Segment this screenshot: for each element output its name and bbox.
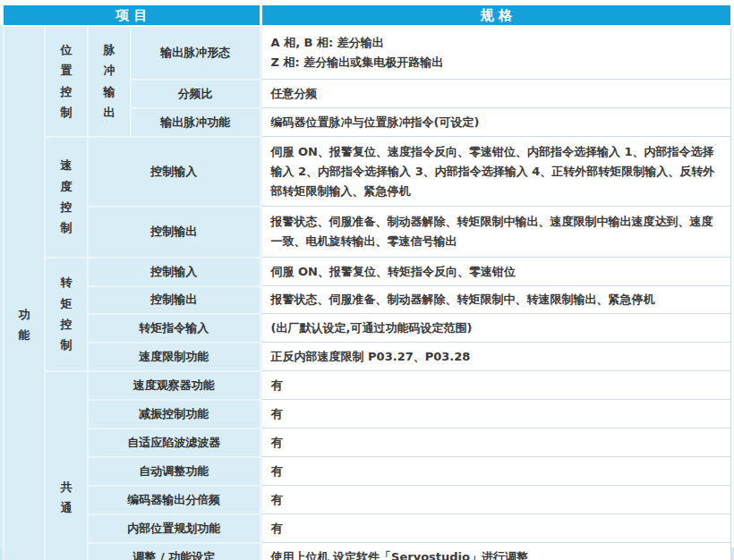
spec-cell: 编码器位置脉冲与位置脉冲指令(可设定) (260, 108, 730, 137)
table-row: 自动调整功能 有 (4, 457, 730, 486)
item-cell: 输出脉冲功能 (131, 108, 260, 137)
spec-cell: 使用上位机 设定软件「Servostudio」进行调整 (260, 543, 730, 560)
spec-cell: 伺服 ON、报警复位、速度指令反向、零速钳位、内部指令选择输入 1、内部指令选择… (260, 137, 730, 207)
table-row: 控制输出 报警状态、伺服准备、制动器解除、转矩限制中输出、速度限制中输出速度达到… (4, 207, 730, 258)
section-label-common: 共通 (60, 477, 73, 519)
spec-cell: 伺服 ON、报警复位、转矩指令反向、零速钳位 (260, 258, 730, 286)
spec-cell: 有 (260, 514, 730, 543)
item-cell: 输出脉冲形态 (131, 26, 260, 80)
item-cell: 分频比 (131, 80, 260, 108)
table-row: 转矩控制 控制输入 伺服 ON、报警复位、转矩指令反向、零速钳位 (4, 258, 730, 286)
spec-cell: 有 (260, 486, 730, 514)
header-row: 项 目 规 格 (4, 5, 730, 26)
table-row: 减振控制功能 有 (4, 400, 730, 428)
function-label: 功能 (18, 304, 30, 346)
section-cell-speed-control: 速度控制 (45, 137, 88, 258)
spec-cell: A 相, B 相: 差分输出 Z 相: 差分输出或集电极开路输出 (260, 26, 730, 80)
item-cell: 自适应陷波滤波器 (88, 428, 260, 457)
table-row: 控制输出 报警状态、伺服准备、制动器解除、转矩限制中、转速限制输出、紧急停机 (4, 286, 730, 314)
table-row: 调整 / 功能设定 使用上位机 设定软件「Servostudio」进行调整 (4, 543, 730, 560)
item-cell: 控制输出 (88, 286, 260, 314)
spec-cell: 报警状态、伺服准备、制动器解除、转矩限制中输出、速度限制中输出速度达到、速度一致… (260, 207, 730, 258)
section-cell-pulse-output: 脉冲输出 (88, 26, 131, 137)
spec-cell: 有 (260, 371, 730, 400)
table-row: 编码器输出分倍频 有 (4, 486, 730, 514)
section-label-position-control: 位置控制 (60, 39, 73, 123)
item-cell: 转矩指令输入 (88, 314, 260, 343)
item-cell: 控制输入 (88, 137, 260, 207)
item-cell: 自动调整功能 (88, 457, 260, 486)
item-cell: 速度限制功能 (88, 343, 260, 371)
spec-cell: 任意分频 (260, 80, 730, 108)
table-row: 内部位置规划功能 有 (4, 514, 730, 543)
section-label-speed-control: 速度控制 (60, 155, 73, 239)
spec-cell: 正反内部速度限制 P03.27、P03.28 (260, 343, 730, 371)
spec-page: 项 目 规 格 功能 位置控制 脉冲输出 输出脉冲形态 A 相, B 相: 差分… (3, 5, 730, 560)
servo-function-spec-table: 项 目 规 格 功能 位置控制 脉冲输出 输出脉冲形态 A 相, B 相: 差分… (3, 5, 731, 560)
table-row: 转矩指令输入 (出厂默认设定,可通过功能码设定范围) (4, 314, 730, 343)
header-spec-column: 规 格 (260, 5, 730, 26)
header-item-column: 项 目 (4, 5, 260, 26)
table-row: 自适应陷波滤波器 有 (4, 428, 730, 457)
spec-cell: (出厂默认设定,可通过功能码设定范围) (260, 314, 730, 343)
item-cell: 内部位置规划功能 (88, 514, 260, 543)
table-row: 速度控制 控制输入 伺服 ON、报警复位、速度指令反向、零速钳位、内部指令选择输… (4, 137, 730, 207)
table-row: 共通 速度观察器功能 有 (4, 371, 730, 400)
spec-cell: 有 (260, 400, 730, 428)
section-cell-common: 共通 (45, 371, 88, 560)
spec-cell: 报警状态、伺服准备、制动器解除、转矩限制中、转速限制输出、紧急停机 (260, 286, 730, 314)
section-cell-torque-control: 转矩控制 (45, 258, 88, 371)
item-cell: 调整 / 功能设定 (88, 543, 260, 560)
item-cell: 控制输出 (88, 207, 260, 258)
item-cell: 编码器输出分倍频 (88, 486, 260, 514)
item-cell: 速度观察器功能 (88, 371, 260, 400)
item-cell: 减振控制功能 (88, 400, 260, 428)
section-cell-position-control: 位置控制 (45, 26, 88, 137)
spec-cell: 有 (260, 457, 730, 486)
table-row: 功能 位置控制 脉冲输出 输出脉冲形态 A 相, B 相: 差分输出 Z 相: … (4, 26, 730, 80)
section-label-torque-control: 转矩控制 (60, 272, 73, 356)
item-cell: 控制输入 (88, 258, 260, 286)
spec-cell: 有 (260, 428, 730, 457)
table-row: 速度限制功能 正反内部速度限制 P03.27、P03.28 (4, 343, 730, 371)
function-group-cell: 功能 (4, 26, 45, 560)
section-label-pulse-output: 脉冲输出 (103, 39, 115, 123)
